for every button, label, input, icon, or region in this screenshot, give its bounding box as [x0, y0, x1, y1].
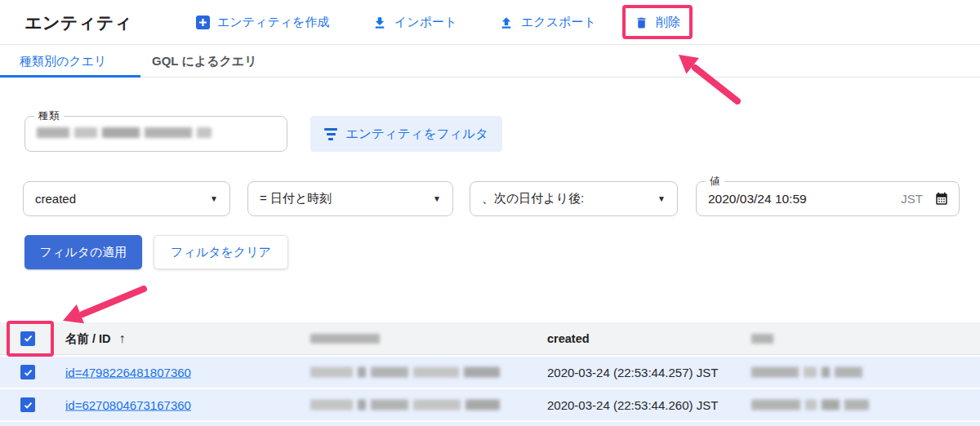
value-field[interactable]: 値 2020/03/24 10:59 JST [696, 181, 960, 216]
plus-icon [196, 16, 210, 29]
create-entity-label: エンティティを作成 [217, 15, 329, 30]
import-label: インポート [394, 15, 457, 30]
property-dropdown-value: created [35, 192, 76, 206]
column-header-name-id[interactable]: 名前 / ID↑ [65, 331, 126, 346]
entity-id-link[interactable]: id=6270804673167360 [65, 398, 191, 412]
entities-page: エンティティ エンティティを作成 インポート エクスポート 削除 [0, 0, 980, 426]
entity-id-link[interactable]: id=4798226481807360 [65, 366, 191, 379]
row-checkbox[interactable] [20, 365, 35, 379]
tab-query-by-gql[interactable]: GQL によるクエリ [152, 46, 257, 78]
value-field-text: 2020/03/24 10:59 [708, 192, 807, 206]
column-header-created[interactable]: created [547, 332, 590, 345]
table-row[interactable]: id=6270804673167360 2020-03-24 (22:53:44… [0, 389, 980, 420]
redacted-column-header [310, 334, 380, 344]
select-all-checkbox[interactable] [20, 331, 35, 346]
type-dropdown[interactable]: = 日付と時刻 ▼ [247, 181, 453, 216]
redacted-cell [310, 400, 500, 410]
export-label: エクスポート [521, 15, 596, 30]
redacted-cell [751, 400, 869, 410]
redacted-cell [751, 367, 862, 378]
active-tab-underline [0, 75, 140, 78]
type-dropdown-value: = 日付と時刻 [260, 191, 332, 206]
created-timestamp: 2020-03-24 (22:53:44.257) JST [547, 366, 718, 379]
filter-entities-label: エンティティをフィルタ [345, 126, 488, 143]
value-field-label: 値 [706, 175, 724, 189]
row-checkbox[interactable] [20, 397, 35, 412]
top-toolbar: エンティティ エンティティを作成 インポート エクスポート 削除 [0, 0, 980, 45]
sort-ascending-icon[interactable]: ↑ [119, 331, 126, 344]
property-dropdown[interactable]: created ▼ [23, 181, 230, 216]
clear-filter-button[interactable]: フィルタをクリア [154, 235, 288, 269]
import-icon [372, 16, 387, 30]
redacted-kind-value [37, 127, 212, 138]
table-row[interactable]: id=4798226481807360 2020-03-24 (22:53:44… [0, 357, 980, 388]
annotation-arrow-checkbox [63, 289, 144, 323]
table-header-row: 名前 / ID↑ created [0, 322, 980, 355]
tab-query-by-kind[interactable]: 種類別のクエリ [20, 46, 106, 78]
import-button[interactable]: インポート [372, 0, 457, 45]
apply-filter-button[interactable]: フィルタの適用 [24, 235, 142, 269]
kind-field[interactable]: 種類 [24, 116, 287, 152]
operator-dropdown[interactable]: 、次の日付より後: ▼ [470, 181, 678, 216]
chevron-down-icon: ▼ [210, 194, 218, 203]
operator-dropdown-value: 、次の日付より後: [482, 191, 584, 206]
created-timestamp: 2020-03-24 (22:53:44.260) JST [547, 398, 718, 412]
delete-label: 削除 [656, 15, 680, 30]
kind-field-label: 種類 [34, 109, 64, 123]
redacted-column-header [751, 334, 773, 344]
create-entity-button[interactable]: エンティティを作成 [196, 0, 329, 45]
entities-table: 名前 / ID↑ created id=4798226481807360 202… [0, 322, 980, 426]
export-button[interactable]: エクスポート [499, 0, 596, 45]
chevron-down-icon: ▼ [657, 194, 666, 203]
filter-entities-button[interactable]: エンティティをフィルタ [310, 116, 502, 152]
query-tabs: 種類別のクエリ GQL によるクエリ [0, 46, 980, 78]
delete-button[interactable]: 削除 [635, 0, 680, 45]
trash-icon [635, 16, 648, 30]
filter-icon [324, 128, 337, 140]
chevron-down-icon: ▼ [433, 194, 441, 203]
redacted-cell [310, 367, 500, 378]
timezone-label: JST [901, 192, 923, 206]
page-title: エンティティ [24, 0, 132, 45]
export-icon [499, 16, 514, 30]
calendar-icon[interactable] [934, 192, 949, 206]
table-row[interactable]: id=6745971091910176 2020-03-24 (22:53:44… [0, 422, 980, 426]
